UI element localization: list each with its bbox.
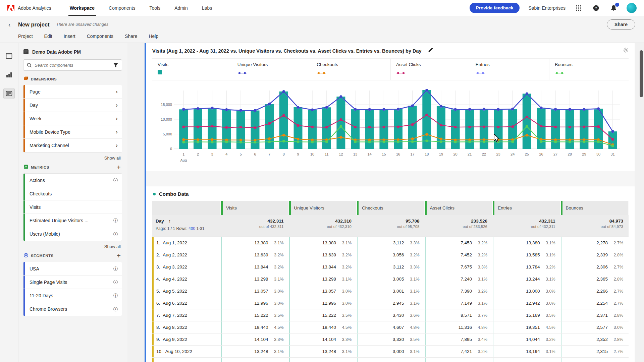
add-metrics-button[interactable]: + — [117, 164, 122, 171]
column-header-asset-clicks[interactable]: Asset Clicks — [425, 201, 493, 215]
sidebar-item-marketing-channel[interactable]: Marketing Channel› — [23, 139, 122, 152]
nav-tab-tools[interactable]: Tools — [149, 0, 161, 16]
sidebar-item-actions[interactable]: Actionsi — [23, 174, 122, 187]
menu-edit[interactable]: Edit — [44, 34, 52, 39]
cell-percent: 4.5% — [268, 325, 284, 330]
column-header-entries[interactable]: Entries — [493, 201, 561, 215]
cell-unique-visitors: 13,0573.0% — [289, 285, 357, 297]
table-row[interactable]: 10.Aug 10, 202213,2483.1%13,2483.1%3,000… — [152, 346, 629, 358]
nav-tab-components[interactable]: Components — [108, 0, 136, 16]
sidebar-item-usa[interactable]: USAi — [23, 262, 122, 276]
column-header-visits[interactable]: Visits — [221, 201, 289, 215]
table-row[interactable]: 7.Aug 7, 202215,2223.5%15,2223.5%3,4303.… — [152, 309, 629, 321]
cell-bounces: 2,3152.7% — [561, 346, 629, 357]
brand[interactable]: Adobe Analytics — [7, 5, 51, 11]
legend-item-entries[interactable]: Entries — [470, 59, 549, 80]
sidebar-item-page[interactable]: Page› — [23, 85, 122, 99]
cell-entries: 19,3514.5% — [493, 321, 561, 333]
color-bar — [23, 99, 25, 112]
table-row[interactable]: 5.Aug 5, 202213,0573.0%13,0573.0%3,0013.… — [152, 285, 629, 297]
combo-chart[interactable]: 05,00010,00015,0001234567891011121314151… — [146, 80, 635, 166]
panel-settings-gear-icon[interactable] — [623, 47, 629, 54]
notifications-bell-icon[interactable] — [609, 4, 618, 12]
edit-title-icon[interactable] — [428, 47, 433, 54]
sidebar-item-single-page-visits[interactable]: Single Page Visitsi — [23, 276, 122, 289]
cell-unique-visitors: 13,8443.2% — [289, 261, 357, 273]
visualizations-icon[interactable] — [3, 69, 15, 80]
sidebar-item-checkouts[interactable]: Checkouts — [23, 187, 122, 200]
legend-item-asset-clicks[interactable]: Asset Clicks — [390, 59, 470, 80]
cell-value: 15,169 — [526, 313, 540, 318]
menu-components[interactable]: Components — [87, 34, 113, 39]
legend-item-bounces[interactable]: Bounces — [549, 59, 629, 80]
components-icon[interactable] — [3, 88, 15, 99]
summary-out-of: out of 432,310 — [292, 225, 352, 229]
menu-insert[interactable]: Insert — [64, 34, 75, 39]
sidebar-item-week[interactable]: Week› — [23, 112, 122, 125]
back-button[interactable]: ‹ — [6, 21, 13, 28]
table-row[interactable]: 11.Aug 11, 202214,0603.4%14,0603.4%3,073… — [152, 358, 629, 362]
cell-percent: 2.7% — [608, 289, 623, 294]
cell-visits: 13,3803.1% — [221, 237, 289, 249]
sidebar-item-visits[interactable]: Visits — [23, 200, 122, 214]
org-switcher[interactable]: Sabin Enterprises — [528, 5, 566, 11]
apps-grid-icon[interactable] — [574, 4, 583, 12]
legend-item-visits[interactable]: Visits — [152, 59, 232, 80]
cell-checkouts: 3,0013.1% — [357, 285, 425, 297]
provide-feedback-button[interactable]: Provide feedback — [470, 3, 520, 13]
section-list-segments: USAiSingle Page Visitsi11-20 DaysiChrome… — [23, 262, 122, 316]
cell-checkouts: 3,0053.1% — [357, 273, 425, 285]
menu-project[interactable]: Project — [18, 34, 33, 39]
panels-icon[interactable] — [3, 50, 15, 62]
sidebar-item-users-mobile-[interactable]: Users (Mobile)i — [23, 227, 122, 241]
vertical-scrollbar-thumb[interactable] — [640, 50, 643, 97]
avatar[interactable] — [627, 3, 637, 13]
rows-count-link[interactable]: 400 — [189, 226, 195, 231]
table-row[interactable]: 4.Aug 4, 202213,2983.1%13,2983.1%3,0053.… — [152, 273, 629, 285]
help-icon[interactable]: ? — [592, 4, 600, 12]
sidebar-item-mobile-device-type[interactable]: Mobile Device Type› — [23, 125, 122, 139]
nav-tab-labs[interactable]: Labs — [201, 0, 213, 16]
share-button[interactable]: Share — [607, 19, 635, 29]
table-row[interactable]: 9.Aug 9, 202214,1043.3%14,1043.3%3,3303.… — [152, 334, 629, 346]
table-row[interactable]: 8.Aug 8, 202219,4404.5%19,4404.5%4,6074.… — [152, 321, 629, 334]
table-row[interactable]: 3.Aug 3, 202213,8443.2%13,8443.2%3,1123.… — [152, 261, 629, 273]
sidebar-item-estimated-unique-visitors-[interactable]: Estimated Unique Visitors ...i — [23, 214, 122, 227]
nav-tab-admin[interactable]: Admin — [174, 0, 189, 16]
show-all-link-dimensions[interactable]: Show all — [23, 156, 121, 161]
cell-percent: 4.8% — [472, 325, 487, 330]
menu-share[interactable]: Share — [125, 34, 137, 39]
column-header-checkouts[interactable]: Checkouts — [357, 201, 425, 215]
search-input[interactable] — [35, 63, 110, 68]
nav-tab-workspace[interactable]: Workspace — [69, 0, 95, 16]
legend-item-unique-visitors[interactable]: Unique Visitors — [232, 59, 311, 80]
table-row[interactable]: 1.Aug 1, 202213,3803.1%13,3803.1%3,1123.… — [152, 237, 629, 249]
sort-arrow-icon[interactable]: ↑ — [169, 219, 171, 224]
sidebar-item-chrome-browsers[interactable]: Chrome Browsersi — [23, 302, 122, 316]
menu-help[interactable]: Help — [149, 34, 158, 39]
cell-visits: 14,0603.4% — [221, 358, 289, 362]
color-bar — [23, 200, 25, 214]
cell-percent: 3.2% — [472, 241, 487, 245]
table-row[interactable]: 6.Aug 6, 202212,9963.0%12,9963.0%2,9453.… — [152, 297, 629, 309]
cell-value: 13,298 — [322, 277, 336, 282]
column-header-bounces[interactable]: Bounces — [561, 201, 629, 215]
sidebar-item-day[interactable]: Day› — [23, 99, 122, 112]
add-segments-button[interactable]: + — [117, 252, 122, 259]
color-bar — [23, 174, 25, 187]
cell-bounces: 2,3712.8% — [561, 309, 629, 321]
svg-text:22: 22 — [482, 152, 486, 156]
cell-percent: 3.3% — [404, 265, 420, 269]
legend-marker — [158, 70, 232, 76]
dataset-selector[interactable]: Demo Data Adobe PM — [23, 49, 122, 55]
legend-item-checkouts[interactable]: Checkouts — [311, 59, 390, 80]
chevron-right-icon: › — [116, 102, 118, 109]
sidebar-item-11-20-days[interactable]: 11-20 Daysi — [23, 289, 122, 302]
table-row[interactable]: 2.Aug 2, 202213,6393.2%13,6393.2%3,0563.… — [152, 249, 629, 261]
day-column-header[interactable]: Day ↑ Page: 1 / 1 Rows: 400 1-31 — [152, 215, 221, 237]
filter-icon[interactable] — [113, 63, 118, 68]
show-all-link-metrics[interactable]: Show all — [23, 244, 121, 249]
column-header-unique-visitors[interactable]: Unique Visitors — [289, 201, 357, 215]
svg-text:14: 14 — [368, 152, 372, 156]
panel-divider — [146, 171, 635, 186]
